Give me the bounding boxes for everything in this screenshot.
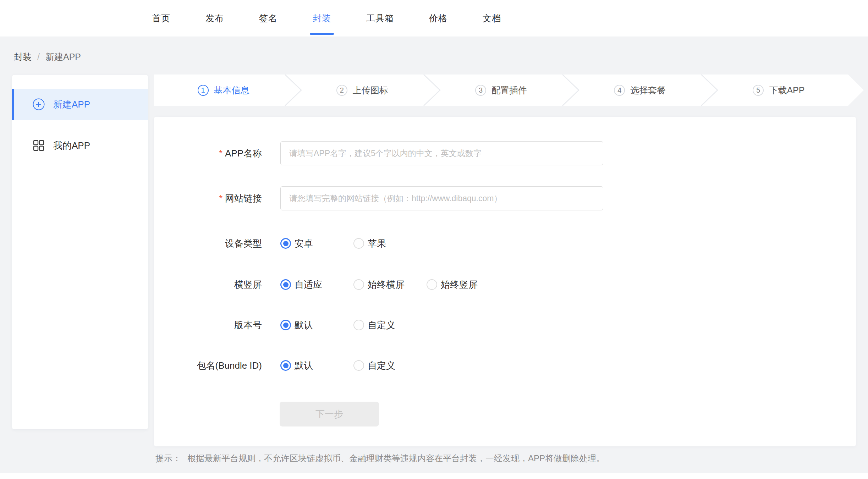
step-chevron-icon <box>423 75 441 106</box>
form-row-version: 版本号 默认 自定义 <box>154 314 856 336</box>
breadcrumb-section[interactable]: 封装 <box>14 51 32 63</box>
step-number: 2 <box>336 85 347 96</box>
sidebar-item-new-app[interactable]: 新建APP <box>12 89 148 120</box>
field-label: *APP名称 <box>154 147 262 160</box>
step-download-app[interactable]: 5 下载APP <box>709 75 848 106</box>
sidebar: 新建APP 我的APP <box>12 75 148 429</box>
step-wizard: 1 基本信息 2 上传图标 3 配置插件 4 选择套餐 5 下载APP <box>154 75 848 106</box>
required-marker: * <box>219 193 223 204</box>
step-label: 选择套餐 <box>630 84 666 96</box>
website-url-input[interactable] <box>280 186 603 210</box>
step-choose-plan[interactable]: 4 选择套餐 <box>571 75 709 106</box>
radio-always-portrait[interactable]: 始终竖屏 <box>427 279 478 291</box>
app-name-input[interactable] <box>280 141 603 165</box>
form-row-bundle-id: 包名(Bundle ID) 默认 自定义 <box>154 355 856 376</box>
breadcrumb: 封装 / 新建APP <box>14 51 81 63</box>
step-label: 上传图标 <box>353 84 388 96</box>
nav-item-price[interactable]: 价格 <box>429 0 447 37</box>
radio-icon <box>353 320 364 330</box>
step-configure-plugins[interactable]: 3 配置插件 <box>432 75 570 106</box>
radio-bundle-custom[interactable]: 自定义 <box>353 359 395 372</box>
step-chevron-icon <box>285 75 302 106</box>
required-marker: * <box>219 148 223 159</box>
step-bar-arrow-tip <box>848 75 865 106</box>
step-label: 配置插件 <box>491 84 527 96</box>
field-label: 包名(Bundle ID) <box>154 359 262 372</box>
radio-icon <box>353 360 364 371</box>
field-label: 横竖屏 <box>154 279 262 291</box>
form-row-app-name: *APP名称 <box>154 141 856 165</box>
radio-icon <box>280 320 291 330</box>
step-label: 基本信息 <box>214 84 249 96</box>
field-label: 设备类型 <box>154 237 262 250</box>
nav-item-docs[interactable]: 文档 <box>483 0 501 37</box>
main-nav: 首页 发布 签名 封装 工具箱 价格 文档 <box>152 0 501 37</box>
radio-version-default[interactable]: 默认 <box>280 319 353 331</box>
platform-rule-tip: 提示：根据最新平台规则，不允许区块链虚拟币、金融理财类等违规内容在平台封装，一经… <box>155 453 605 464</box>
step-upload-icon[interactable]: 2 上传图标 <box>293 75 432 106</box>
form-row-orientation: 横竖屏 自适应 始终横屏 始终竖屏 <box>154 274 856 295</box>
sidebar-item-my-apps[interactable]: 我的APP <box>12 130 148 161</box>
step-chevron-icon <box>701 75 719 106</box>
radio-icon <box>280 360 291 371</box>
radio-bundle-default[interactable]: 默认 <box>280 359 353 372</box>
nav-item-sign[interactable]: 签名 <box>259 0 278 37</box>
radio-android[interactable]: 安卓 <box>280 237 353 250</box>
nav-item-home[interactable]: 首页 <box>152 0 170 37</box>
nav-item-toolbox[interactable]: 工具箱 <box>366 0 394 37</box>
radio-always-landscape[interactable]: 始终横屏 <box>353 279 427 291</box>
radio-version-custom[interactable]: 自定义 <box>353 319 395 331</box>
nav-item-package[interactable]: 封装 <box>313 0 331 37</box>
radio-icon <box>427 279 437 290</box>
basic-info-form: *APP名称 *网站链接 设备类型 安卓 苹果 横竖屏 <box>154 117 856 446</box>
tip-text: 根据最新平台规则，不允许区块链虚拟币、金融理财类等违规内容在平台封装，一经发现，… <box>187 453 605 463</box>
step-label: 下载APP <box>769 84 804 96</box>
bottom-strip <box>0 473 868 479</box>
grid-icon <box>33 139 45 152</box>
sidebar-item-label: 我的APP <box>53 139 90 152</box>
breadcrumb-separator: / <box>37 52 40 62</box>
step-chevron-icon <box>562 75 580 106</box>
field-label: 版本号 <box>154 319 262 331</box>
sidebar-item-label: 新建APP <box>53 98 90 111</box>
plus-circle-icon <box>33 98 45 110</box>
radio-ios[interactable]: 苹果 <box>353 237 386 250</box>
form-row-device-type: 设备类型 安卓 苹果 <box>154 233 856 254</box>
radio-icon <box>280 279 291 290</box>
step-number: 5 <box>753 85 764 96</box>
radio-icon <box>353 279 364 290</box>
top-header: 首页 发布 签名 封装 工具箱 价格 文档 <box>0 0 868 37</box>
next-step-button[interactable]: 下一步 <box>280 402 379 426</box>
radio-icon <box>280 238 291 249</box>
breadcrumb-current: 新建APP <box>45 51 81 63</box>
field-label: *网站链接 <box>154 192 262 205</box>
tip-prefix: 提示： <box>155 453 181 463</box>
step-basic-info[interactable]: 1 基本信息 <box>154 75 293 106</box>
radio-auto-orientation[interactable]: 自适应 <box>280 279 353 291</box>
form-row-website-url: *网站链接 <box>154 186 856 210</box>
radio-icon <box>353 238 364 249</box>
step-number: 3 <box>475 85 486 96</box>
nav-item-publish[interactable]: 发布 <box>205 0 224 37</box>
step-number: 1 <box>198 85 209 96</box>
step-number: 4 <box>614 85 625 96</box>
